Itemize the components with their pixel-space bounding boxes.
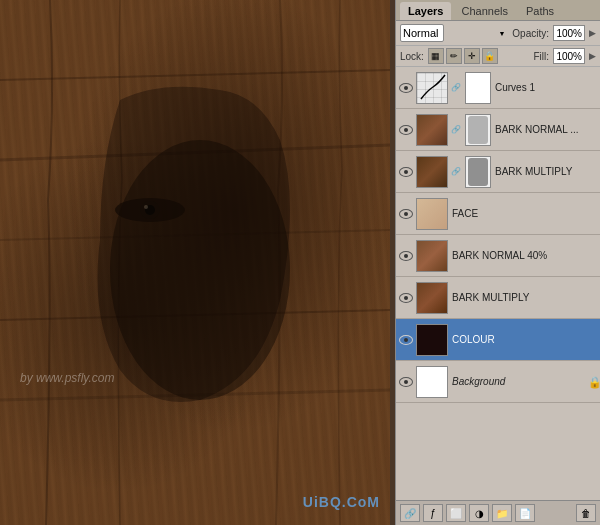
lock-all-btn[interactable]: 🔒 bbox=[482, 48, 498, 64]
lock-position-btn[interactable]: ✛ bbox=[464, 48, 480, 64]
opacity-input[interactable] bbox=[553, 25, 585, 41]
visibility-icon-face bbox=[399, 209, 413, 219]
lock-transparent-btn[interactable]: ▦ bbox=[428, 48, 444, 64]
lock-icon-background: 🔒 bbox=[588, 376, 598, 388]
eye-face[interactable] bbox=[398, 206, 414, 222]
watermark2: UiBQ.CoM bbox=[303, 494, 380, 510]
add-mask-btn[interactable]: ⬜ bbox=[446, 504, 466, 522]
layer-curves1[interactable]: 🔗 Curves 1 bbox=[396, 67, 600, 109]
layers-list[interactable]: 🔗 Curves 1 🔗 BARK NORMAL ... bbox=[396, 67, 600, 500]
link-icon-bark-normal2: 🔗 bbox=[451, 125, 461, 134]
visibility-icon-curves1 bbox=[399, 83, 413, 93]
add-adjustment-btn[interactable]: ◑ bbox=[469, 504, 489, 522]
visibility-icon-bark-multiply2 bbox=[399, 293, 413, 303]
thumb-bark-multiply bbox=[416, 156, 448, 188]
thumb-curves1 bbox=[416, 72, 448, 104]
thumb-bark-normal2 bbox=[416, 114, 448, 146]
delete-layer-btn[interactable]: 🗑 bbox=[576, 504, 596, 522]
eye-bark-normal-40[interactable] bbox=[398, 248, 414, 264]
watermark: by www.psfly.com bbox=[20, 371, 114, 385]
fill-input[interactable] bbox=[553, 48, 585, 64]
layer-name-curves1: Curves 1 bbox=[493, 82, 598, 93]
link-icon-bark-multiply: 🔗 bbox=[451, 167, 461, 176]
tab-paths[interactable]: Paths bbox=[518, 2, 562, 20]
tab-layers[interactable]: Layers bbox=[400, 2, 451, 20]
layer-name-face: FACE bbox=[450, 208, 598, 219]
blend-mode-select[interactable]: Normal Multiply Screen Overlay bbox=[400, 24, 444, 42]
canvas-area: by www.psfly.com UiBQ.CoM bbox=[0, 0, 390, 525]
mask-bark-normal2 bbox=[465, 114, 491, 146]
eye-colour[interactable] bbox=[398, 332, 414, 348]
visibility-icon-background bbox=[399, 377, 413, 387]
mask-curves1 bbox=[465, 72, 491, 104]
eye-curves1[interactable] bbox=[398, 80, 414, 96]
layer-name-bark-normal2: BARK NORMAL ... bbox=[493, 124, 598, 135]
layer-background[interactable]: Background 🔒 bbox=[396, 361, 600, 403]
blend-mode-wrapper: Normal Multiply Screen Overlay bbox=[400, 24, 508, 42]
thumb-colour bbox=[416, 324, 448, 356]
visibility-icon-bark-normal2 bbox=[399, 125, 413, 135]
eye-bark-multiply[interactable] bbox=[398, 164, 414, 180]
thumb-background bbox=[416, 366, 448, 398]
layer-colour[interactable]: COLOUR bbox=[396, 319, 600, 361]
layer-bark-multiply[interactable]: 🔗 BARK MULTIPLY bbox=[396, 151, 600, 193]
layer-bark-normal2[interactable]: 🔗 BARK NORMAL ... bbox=[396, 109, 600, 151]
add-layer-btn[interactable]: 📄 bbox=[515, 504, 535, 522]
blend-mode-row: Normal Multiply Screen Overlay Opacity: … bbox=[396, 21, 600, 46]
mask-bark-multiply bbox=[465, 156, 491, 188]
layer-bark-multiply2[interactable]: BARK MULTIPLY bbox=[396, 277, 600, 319]
layer-name-colour: COLOUR bbox=[450, 334, 598, 345]
visibility-icon-bark-normal-40 bbox=[399, 251, 413, 261]
layer-name-bark-multiply: BARK MULTIPLY bbox=[493, 166, 598, 177]
layers-panel: Layers Channels Paths Normal Multiply Sc… bbox=[395, 0, 600, 525]
visibility-icon-bark-multiply bbox=[399, 167, 413, 177]
layer-name-bark-multiply2: BARK MULTIPLY bbox=[450, 292, 598, 303]
layer-face[interactable]: FACE bbox=[396, 193, 600, 235]
layer-bark-normal-40[interactable]: BARK NORMAL 40% bbox=[396, 235, 600, 277]
eye-bark-multiply2[interactable] bbox=[398, 290, 414, 306]
fill-arrow[interactable]: ▶ bbox=[589, 51, 596, 61]
add-style-btn[interactable]: ƒ bbox=[423, 504, 443, 522]
opacity-arrow[interactable]: ▶ bbox=[589, 28, 596, 38]
link-layers-btn[interactable]: 🔗 bbox=[400, 504, 420, 522]
tab-channels[interactable]: Channels bbox=[453, 2, 515, 20]
layer-name-bark-normal-40: BARK NORMAL 40% bbox=[450, 250, 598, 261]
opacity-label: Opacity: bbox=[512, 28, 549, 39]
add-group-btn[interactable]: 📁 bbox=[492, 504, 512, 522]
thumb-bark-normal-40 bbox=[416, 240, 448, 272]
eye-background[interactable] bbox=[398, 374, 414, 390]
lock-paint-btn[interactable]: ✏ bbox=[446, 48, 462, 64]
lock-label: Lock: bbox=[400, 51, 424, 62]
visibility-icon-colour bbox=[399, 335, 413, 345]
panel-tabs: Layers Channels Paths bbox=[396, 0, 600, 21]
fill-label: Fill: bbox=[533, 51, 549, 62]
eye-bark-normal2[interactable] bbox=[398, 122, 414, 138]
layer-name-background: Background bbox=[450, 376, 584, 387]
lock-row: Lock: ▦ ✏ ✛ 🔒 Fill: ▶ bbox=[396, 46, 600, 67]
thumb-face bbox=[416, 198, 448, 230]
svg-line-5 bbox=[0, 70, 390, 80]
bark-background bbox=[0, 0, 390, 525]
thumb-bark-multiply2 bbox=[416, 282, 448, 314]
panel-bottom: 🔗 ƒ ⬜ ◑ 📁 📄 🗑 bbox=[396, 500, 600, 525]
lock-icons: ▦ ✏ ✛ 🔒 bbox=[428, 48, 498, 64]
link-icon-curves1: 🔗 bbox=[451, 83, 461, 92]
